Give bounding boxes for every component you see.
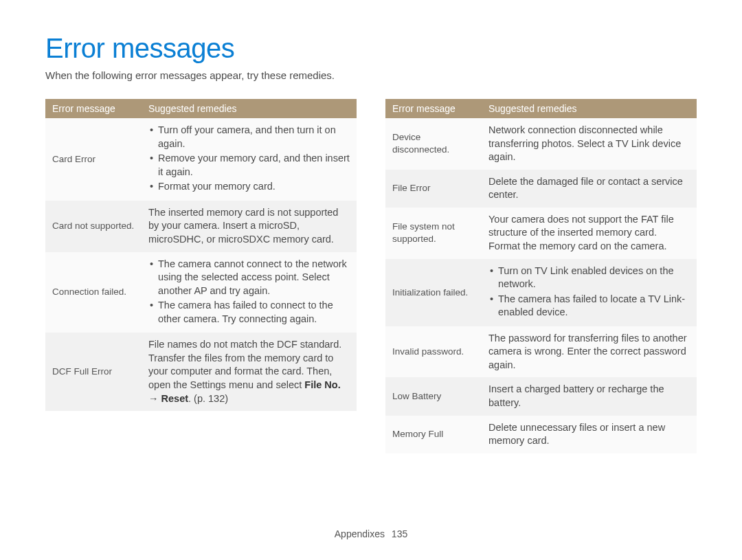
table-row: Memory Full Delete unnecessary files or … [385,416,697,453]
header-error: Error message [45,99,142,118]
remedy-item: The camera has failed to connect to the … [158,299,350,326]
content-columns: Error message Suggested remedies Card Er… [45,99,697,453]
table-row: File system not supported. Your camera d… [385,208,697,259]
footer-page-number: 135 [392,528,407,539]
remedy-cell: Insert a charged battery or recharge the… [482,377,697,415]
error-name: Invalid password. [385,326,482,378]
error-name: Memory Full [385,416,482,453]
remedy-cell: File names do not match the DCF standard… [142,333,357,411]
remedy-cell: The camera cannot connect to the network… [142,252,357,333]
remedy-item: Remove your memory card, and then insert… [158,152,350,179]
error-name: DCF Full Error [45,333,142,411]
remedy-cell: Turn on TV Link enabled devices on the n… [482,259,697,326]
right-column: Error message Suggested remedies Device … [385,99,697,453]
error-name: Connection failed. [45,252,142,333]
remedy-item: Turn off your camera, and then turn it o… [158,124,350,150]
error-name: Low Battery [385,377,482,415]
error-name: Card Error [45,118,142,201]
table-row: DCF Full Error File names do not match t… [45,333,357,411]
table-row: Card not supported. The inserted memory … [45,201,357,252]
left-column: Error message Suggested remedies Card Er… [45,99,357,453]
remedy-item: Turn on TV Link enabled devices on the n… [498,265,690,291]
error-table-left: Error message Suggested remedies Card Er… [45,99,357,411]
remedy-cell: Turn off your camera, and then turn it o… [142,118,357,201]
page-title: Error messages [45,33,697,64]
table-row: Device disconnected. Network connection … [385,118,697,170]
error-table-right: Error message Suggested remedies Device … [385,99,697,453]
table-row: Low Battery Insert a charged battery or … [385,377,697,415]
table-row: Invalid password. The password for trans… [385,326,697,378]
remedy-cell: Your camera does not support the FAT fil… [482,208,697,259]
error-name: Initialization failed. [385,259,482,326]
remedy-item: The camera has failed to locate a TV Lin… [498,293,690,320]
remedy-item: The camera cannot connect to the network… [158,258,350,298]
remedy-item: Format your memory card. [158,180,350,194]
footer-section: Appendixes [335,528,385,539]
remedy-cell: The inserted memory card is not supporte… [142,201,357,252]
remedy-cell: The password for transferring files to a… [482,326,697,378]
table-row: Initialization failed. Turn on TV Link e… [385,259,697,326]
table-row: Connection failed. The camera cannot con… [45,252,357,333]
remedy-cell: Delete unnecessary files or insert a new… [482,416,697,453]
intro-text: When the following error messages appear… [45,69,697,81]
error-name: File system not supported. [385,208,482,259]
header-error: Error message [385,99,482,118]
error-name: File Error [385,170,482,208]
page-footer: Appendixes 135 [0,528,742,539]
table-row: File Error Delete the damaged file or co… [385,170,697,208]
remedy-text: . (p. 132) [188,393,228,404]
header-remedy: Suggested remedies [482,99,697,118]
error-name: Card not supported. [45,201,142,252]
remedy-cell: Delete the damaged file or contact a ser… [482,170,697,208]
remedy-cell: Network connection disconnected while tr… [482,118,697,170]
table-row: Card Error Turn off your camera, and the… [45,118,357,201]
header-remedy: Suggested remedies [142,99,357,118]
error-name: Device disconnected. [385,118,482,170]
